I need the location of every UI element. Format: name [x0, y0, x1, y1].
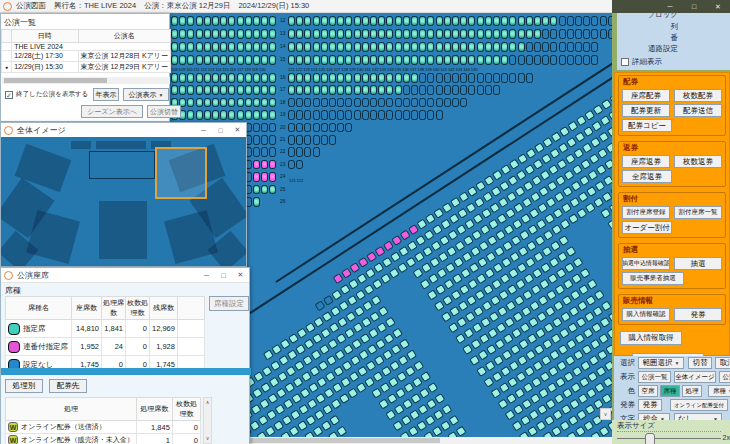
seat[interactable] [526, 55, 533, 65]
seat[interactable] [594, 290, 605, 301]
seat[interactable] [212, 55, 219, 65]
seat[interactable] [321, 29, 328, 39]
seat[interactable] [269, 123, 276, 133]
seat[interactable] [288, 98, 295, 108]
seat[interactable] [304, 29, 311, 39]
seat[interactable] [212, 85, 219, 95]
seat[interactable] [420, 371, 431, 382]
seat[interactable] [253, 147, 260, 157]
column-datetime[interactable]: 日時 [12, 30, 78, 43]
seat[interactable] [237, 110, 244, 120]
seat[interactable] [386, 29, 393, 39]
maximize-icon[interactable]: □ [682, 0, 706, 13]
seat[interactable] [337, 123, 344, 133]
column-name[interactable]: 公演名 [78, 30, 170, 43]
seat[interactable] [534, 55, 541, 65]
ticketing-button[interactable]: 発券 [638, 399, 662, 411]
seat[interactable] [329, 135, 336, 145]
seat[interactable] [403, 73, 410, 83]
seat[interactable] [187, 98, 194, 108]
seat[interactable] [253, 197, 260, 207]
purchase-info-get-button[interactable]: 購入情報取得 [620, 331, 682, 345]
seat[interactable] [253, 185, 260, 195]
seat[interactable] [419, 98, 426, 108]
seat[interactable] [468, 55, 475, 65]
seat[interactable] [179, 73, 186, 83]
seat[interactable] [509, 42, 516, 52]
seat[interactable] [427, 16, 434, 26]
seat[interactable] [228, 85, 235, 95]
minimize-icon[interactable]: ─ [658, 0, 682, 13]
seat[interactable] [245, 73, 252, 83]
seat[interactable] [399, 338, 410, 349]
seat[interactable] [493, 42, 500, 52]
seat[interactable] [583, 16, 590, 26]
seat[interactable] [261, 85, 268, 95]
seat[interactable] [321, 55, 328, 65]
seat[interactable] [354, 42, 361, 52]
seat[interactable] [485, 55, 492, 65]
seat[interactable] [196, 29, 203, 39]
seat[interactable] [370, 98, 377, 108]
seat[interactable] [444, 16, 451, 26]
minimize-icon[interactable]: ─ [195, 123, 212, 137]
seat[interactable] [518, 73, 525, 83]
seat[interactable] [411, 42, 418, 52]
seat[interactable] [288, 16, 295, 26]
seat[interactable] [253, 42, 260, 52]
seat[interactable] [204, 73, 211, 83]
seat[interactable] [385, 317, 396, 328]
process-table[interactable]: 処理 処理席数 枚数処理数 Wオンライン配券（送信済）1,8450Wオンライン配… [5, 397, 201, 444]
seat[interactable] [419, 55, 426, 65]
seat[interactable] [187, 42, 194, 52]
seat[interactable] [296, 98, 303, 108]
seat[interactable] [354, 98, 361, 108]
seat[interactable] [337, 110, 344, 120]
count-return-button[interactable]: 枚数返券 [674, 155, 722, 168]
seat[interactable] [187, 16, 194, 26]
cancel-select-button[interactable]: 取消 [715, 357, 730, 369]
seat[interactable] [261, 147, 268, 157]
seat[interactable] [187, 110, 194, 120]
seat[interactable] [460, 98, 467, 108]
close-icon[interactable]: ✕ [232, 268, 249, 282]
seat[interactable] [567, 55, 574, 65]
seat[interactable] [509, 55, 516, 65]
close-icon[interactable]: ✕ [706, 0, 730, 13]
seat[interactable] [485, 42, 492, 52]
seat[interactable] [345, 16, 352, 26]
seat[interactable] [304, 73, 311, 83]
seat[interactable] [313, 55, 320, 65]
distribute-copy-button[interactable]: 配券コピー [622, 119, 672, 132]
seat[interactable] [304, 55, 311, 65]
lottery-button[interactable]: 抽選 [674, 257, 722, 270]
process-row[interactable]: Wオンライン配券（販売済・未入金）10 [6, 434, 201, 444]
seat-type-table[interactable]: 席種名 座席数 処理席数 枚数処理数 残席数 指定席14,8101,841012… [5, 296, 205, 374]
seat[interactable] [228, 98, 235, 108]
seat[interactable] [452, 29, 459, 39]
seat[interactable] [436, 55, 443, 65]
seat[interactable] [378, 55, 385, 65]
seat[interactable] [411, 55, 418, 65]
minimap-viewport-rect[interactable] [155, 147, 207, 199]
count-distribute-button[interactable]: 枚数配券 [674, 89, 722, 102]
seat[interactable] [354, 55, 361, 65]
seat[interactable] [427, 42, 434, 52]
seat[interactable] [386, 73, 393, 83]
seat[interactable] [411, 98, 418, 108]
seat[interactable] [579, 268, 590, 279]
online-distribution-accept-button[interactable]: オンライン配券受付 [670, 399, 728, 411]
display-size-slider[interactable] [617, 438, 721, 439]
seat[interactable] [534, 42, 541, 52]
seat[interactable] [196, 16, 203, 26]
seat[interactable] [296, 55, 303, 65]
seat[interactable] [468, 16, 475, 26]
seat[interactable] [518, 29, 525, 39]
seat[interactable] [321, 110, 328, 120]
seat[interactable] [304, 42, 311, 52]
all-return-button[interactable]: 全席返券 [622, 170, 672, 183]
seat[interactable] [444, 98, 451, 108]
seat[interactable] [329, 16, 336, 26]
seat[interactable] [354, 16, 361, 26]
seat[interactable] [575, 55, 582, 65]
